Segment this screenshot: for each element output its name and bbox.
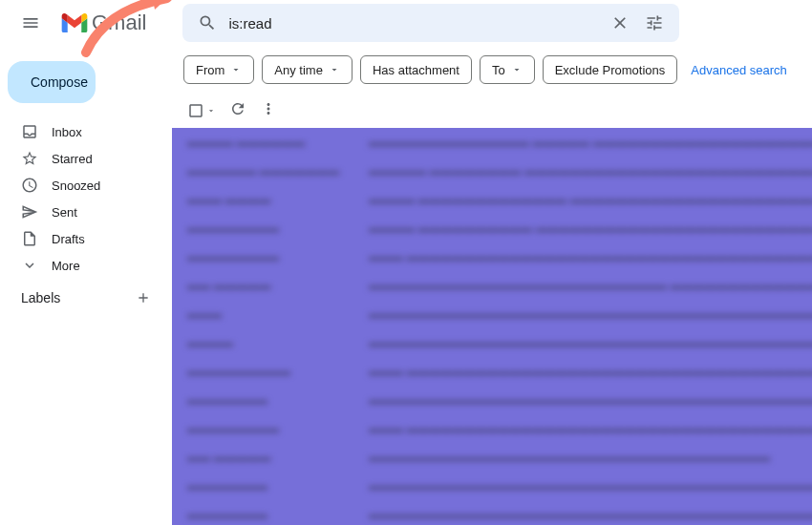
email-row[interactable]: ▬▬▬▬ ▬▬▬▬▬▬▬▬▬▬▬▬▬▬▬▬▬▬▬▬ ▬▬▬▬▬ ▬▬▬▬▬▬▬▬… [172,128,812,157]
labels-heading: Labels [21,290,60,305]
email-row[interactable]: ▬▬▬▬▬▬▬▬▬▬▬ ▬▬▬▬▬▬▬▬▬▬▬▬▬▬▬▬▬▬▬▬▬▬▬▬▬▬▬▬… [172,242,812,271]
email-row[interactable]: ▬▬▬▬▬▬▬▬▬▬▬▬▬▬▬▬▬▬▬▬▬▬▬▬▬▬▬▬▬▬▬▬▬▬▬▬▬▬▬▬… [172,300,812,328]
more-actions-button[interactable] [260,100,277,121]
sidebar: Compose InboxStarredSnoozedSentDraftsMor… [0,46,172,525]
nav-sent[interactable]: Sent [0,199,164,225]
refresh-button[interactable] [229,100,246,121]
email-row[interactable]: ▬▬▬▬▬▬▬▬▬▬▬ ▬▬▬▬▬▬▬▬▬▬▬▬▬▬▬▬▬▬▬▬▬▬▬▬▬▬▬▬… [172,414,812,443]
nav-drafts[interactable]: Drafts [0,225,164,252]
chevron-down-icon [329,64,340,75]
search-icon[interactable] [190,6,224,40]
filter-chip-any-time[interactable]: Any time [262,55,353,84]
search-bar [182,4,679,42]
email-row[interactable]: ▬▬▬▬▬▬ ▬▬▬▬▬▬▬▬▬▬▬▬ ▬▬▬▬▬▬▬▬ ▬▬▬▬▬▬▬▬▬▬▬… [172,157,812,185]
email-row[interactable]: ▬▬▬▬▬▬▬▬▬▬▬▬▬▬▬▬▬▬▬▬▬▬▬▬▬▬▬▬▬▬▬▬▬▬▬▬▬▬▬▬… [172,500,812,525]
filter-chip-to[interactable]: To [480,55,535,84]
select-all-checkbox[interactable] [187,102,216,119]
clock-icon [21,177,38,194]
nav-snoozed[interactable]: Snoozed [0,172,164,199]
filter-chip-exclude-promotions[interactable]: Exclude Promotions [543,55,678,84]
email-row[interactable]: ▬▬▬▬▬▬▬▬▬▬▬▬▬▬▬▬▬▬▬▬▬▬▬▬▬▬▬▬▬▬▬▬▬▬▬▬▬▬▬▬… [172,328,812,357]
search-options-button[interactable] [637,6,672,40]
email-row[interactable]: ▬▬▬▬▬▬▬▬▬▬▬▬▬▬▬▬▬▬▬▬▬▬▬▬▬▬▬▬▬▬▬▬▬▬▬▬▬▬▬▬… [172,386,812,414]
chev-icon [21,257,38,274]
chevron-down-icon [230,64,242,75]
file-icon [21,230,38,247]
filter-chip-has-attachment[interactable]: Has attachment [360,55,472,84]
main-menu-button[interactable] [8,0,53,46]
search-input[interactable] [224,15,603,32]
clear-search-button[interactable] [603,6,637,40]
compose-label: Compose [31,74,88,90]
star-icon [21,150,38,167]
email-list[interactable]: ▬▬▬▬ ▬▬▬▬▬▬▬▬▬▬▬▬▬▬▬▬▬▬▬▬ ▬▬▬▬▬ ▬▬▬▬▬▬▬▬… [172,128,812,525]
filter-chip-from[interactable]: From [183,55,254,84]
email-row[interactable]: ▬▬▬ ▬▬▬▬▬▬▬▬ ▬▬▬▬▬▬▬▬▬▬▬▬▬ ▬▬▬▬▬▬▬▬▬▬▬▬▬… [172,185,812,214]
email-row[interactable]: ▬▬ ▬▬▬▬▬▬▬▬▬▬▬▬▬▬▬▬▬▬▬▬▬▬▬▬▬▬▬▬▬▬▬ ▬▬▬▬▬… [172,271,812,300]
send-icon [21,203,38,220]
nav-inbox[interactable]: Inbox [0,118,164,145]
email-row[interactable]: ▬▬▬▬▬▬▬▬▬▬▬▬▬▬▬▬▬▬▬▬▬▬▬▬▬▬▬▬▬▬▬▬▬▬▬▬▬▬▬▬… [172,472,812,500]
chevron-down-icon [511,64,523,75]
inbox-icon [21,123,38,140]
gmail-logo[interactable]: Gmail [61,10,146,35]
add-label-button[interactable] [136,290,151,305]
email-row[interactable]: ▬▬▬▬▬▬▬▬▬▬▬▬ ▬▬▬▬▬▬▬▬▬▬ ▬▬▬▬▬▬▬▬▬▬▬▬▬▬▬▬… [172,214,812,242]
nav-more[interactable]: More [0,252,164,279]
email-row[interactable]: ▬▬ ▬▬▬▬▬▬▬▬▬▬▬▬▬▬▬▬▬▬▬▬▬▬▬▬▬▬▬▬▬▬▬▬▬▬▬▬▬… [172,443,812,472]
advanced-search-link[interactable]: Advanced search [691,63,786,77]
email-row[interactable]: ▬▬▬▬▬▬▬▬▬▬▬▬ ▬▬▬▬▬▬▬▬▬▬▬▬▬▬▬▬▬▬▬▬▬▬▬▬▬▬▬… [172,357,812,386]
nav-starred[interactable]: Starred [0,145,164,172]
compose-button[interactable]: Compose [8,61,96,103]
app-name: Gmail [92,10,146,35]
